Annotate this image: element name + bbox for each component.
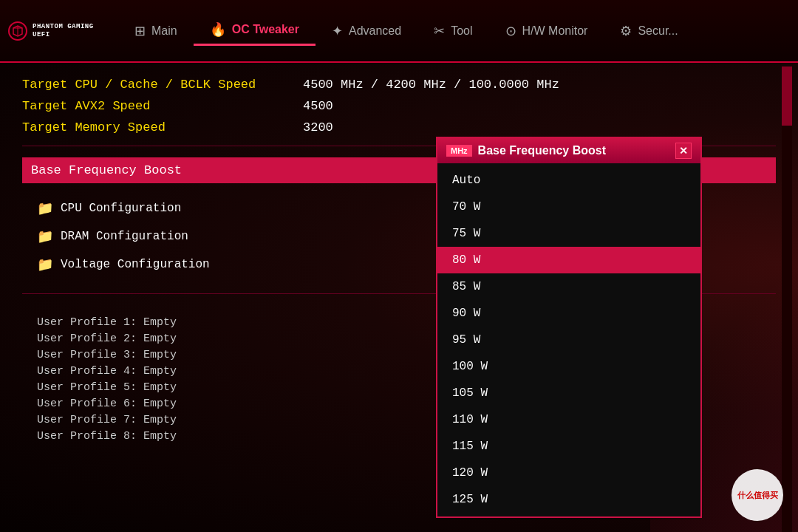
- modal-header-content: MHz Base Frequency Boost: [446, 144, 606, 157]
- watermark: 什么值得买: [732, 469, 783, 521]
- modal-close-button[interactable]: ✕: [675, 143, 692, 159]
- option-75w[interactable]: 75 W: [437, 220, 700, 247]
- modal-overlay: MHz Base Frequency Boost ✕ Auto 70 W 75 …: [0, 0, 798, 532]
- option-90w[interactable]: 90 W: [437, 300, 700, 327]
- option-85w[interactable]: 85 W: [437, 273, 700, 300]
- watermark-text: 什么值得买: [737, 490, 778, 500]
- option-115w[interactable]: 115 W: [437, 433, 700, 460]
- option-95w[interactable]: 95 W: [437, 327, 700, 353]
- modal-header: MHz Base Frequency Boost ✕: [437, 138, 700, 163]
- option-70w[interactable]: 70 W: [437, 194, 700, 220]
- option-105w[interactable]: 105 W: [437, 380, 700, 406]
- base-freq-boost-modal: MHz Base Frequency Boost ✕ Auto 70 W 75 …: [436, 137, 702, 518]
- option-auto[interactable]: Auto: [437, 167, 700, 194]
- option-80w[interactable]: 80 W: [437, 247, 700, 273]
- option-110w[interactable]: 110 W: [437, 406, 700, 433]
- modal-title: Base Frequency Boost: [478, 144, 606, 157]
- modal-body: Auto 70 W 75 W 80 W 85 W 90 W 95 W 100 W…: [437, 163, 700, 516]
- option-120w[interactable]: 120 W: [437, 460, 700, 486]
- modal-tag: MHz: [446, 145, 472, 157]
- option-125w[interactable]: 125 W: [437, 486, 700, 513]
- option-100w[interactable]: 100 W: [437, 353, 700, 380]
